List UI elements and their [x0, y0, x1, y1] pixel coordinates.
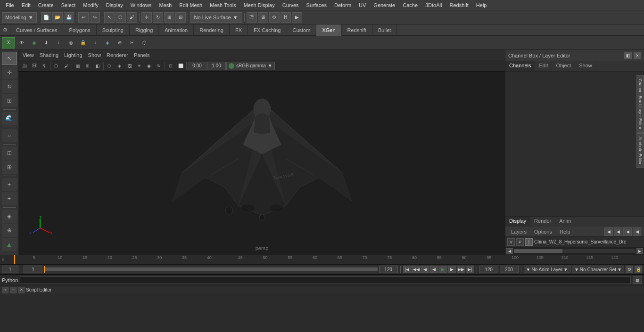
layer-tab-layers[interactable]: Layers [508, 228, 529, 235]
win-close-btn[interactable]: ✕ [18, 287, 25, 293]
python-run-btn[interactable]: ▦ [633, 276, 642, 284]
cb-tab-channels[interactable]: Channels [505, 61, 535, 71]
tab-custom[interactable]: Custom [287, 24, 317, 36]
range-end-input[interactable] [379, 266, 398, 273]
menu-help[interactable]: Help [472, 1, 491, 9]
open-scene-button[interactable]: 📂 [52, 12, 63, 23]
layer-scroll-right[interactable]: ▶ [636, 248, 643, 254]
tab-redshift[interactable]: Redshift [342, 24, 372, 36]
layer-scroll-track[interactable] [514, 249, 636, 253]
vp-grid-btn[interactable]: ▦ [73, 62, 83, 70]
xgen-btn-11[interactable]: ✂ [126, 37, 138, 49]
xgen-btn-8[interactable]: ↕ [90, 37, 101, 49]
xgen-btn-5[interactable]: ↕ [53, 37, 64, 49]
vp-region-btn[interactable]: ⬜ [176, 62, 185, 70]
lasso-button[interactable]: ○ [2, 129, 17, 142]
select-mode-button[interactable]: ↖ [2, 52, 17, 65]
menu-3dtall[interactable]: 3DtoAll [421, 1, 446, 9]
layer-add-btn-3[interactable]: ◀ [623, 227, 632, 236]
select-tool-button[interactable]: ↖ [104, 12, 115, 23]
vp-paint-btn[interactable]: 🖌 [61, 62, 71, 70]
vp-wire-btn[interactable]: ⊞ [83, 62, 92, 70]
tab-animation[interactable]: Animation [159, 24, 194, 36]
vp-snap-btn[interactable]: ⊡ [51, 62, 61, 70]
menu-display[interactable]: Display [102, 1, 127, 9]
layer-line-btn[interactable]: | [525, 238, 533, 246]
tab-fx[interactable]: FX [230, 24, 248, 36]
anim-lock-btn[interactable]: 🔒 [635, 266, 642, 273]
vp-color-profile[interactable]: sRGB gamma ▼ [226, 62, 275, 70]
cb-tab-show[interactable]: Show [575, 61, 596, 71]
win-new-btn[interactable]: + [2, 287, 8, 293]
xgen-btn-6[interactable]: ◎ [65, 37, 76, 49]
char-set-dropdown[interactable]: ▼ No Character Set ▼ [572, 266, 624, 273]
snap2-button[interactable]: ⊞ [2, 161, 17, 174]
xgen-btn-3[interactable]: ◉ [28, 37, 40, 49]
vp-mic-btn[interactable]: 🎙 [40, 62, 49, 70]
current-frame-input[interactable] [2, 266, 18, 273]
menu-select[interactable]: Select [58, 1, 80, 9]
menu-modify[interactable]: Modify [79, 1, 102, 9]
tab-xgen[interactable]: XGen [316, 24, 341, 36]
ipr-button[interactable]: 🖥 [258, 12, 268, 23]
prev-key-btn[interactable]: ◀◀ [412, 266, 421, 273]
tab-display[interactable]: Display [505, 217, 530, 227]
layer-add-btn-4[interactable]: ◀ [633, 227, 641, 236]
vp-shadow-btn[interactable]: ◉ [144, 62, 154, 70]
tab-sculpting[interactable]: Sculpting [97, 24, 130, 36]
anim-settings-btn[interactable]: ⚙ [626, 266, 633, 273]
save-scene-button[interactable]: 💾 [64, 12, 74, 23]
tab-rigging[interactable]: Rigging [130, 24, 159, 36]
xgen-btn-10[interactable]: ⊕ [114, 37, 125, 49]
paint-select-button[interactable]: 🖌 [127, 12, 137, 23]
layer-p-btn[interactable]: P [516, 238, 524, 246]
tab-anim[interactable]: Anim [555, 217, 575, 227]
cb-tab-edit[interactable]: Edit [535, 61, 552, 71]
xgen-btn-9[interactable]: ◈ [102, 37, 113, 49]
vp-menu-show[interactable]: Show [86, 52, 103, 58]
layer-add-btn-2[interactable]: ◀ [614, 227, 622, 236]
menu-windows[interactable]: Windows [127, 1, 156, 9]
display-btn-2[interactable]: ⊕ [2, 224, 17, 237]
layer-tab-help[interactable]: Help [557, 228, 573, 235]
scale-mode-button[interactable]: ⊞ [2, 94, 17, 107]
menu-edit[interactable]: Edit [18, 1, 34, 9]
menu-create[interactable]: Create [34, 1, 58, 9]
menu-deform[interactable]: Deform [330, 1, 355, 9]
range-start-input[interactable] [24, 266, 42, 273]
next-frame-btn[interactable]: ▶ [448, 266, 456, 273]
go-end-btn[interactable]: ▶| [466, 266, 474, 273]
xgen-btn-2[interactable]: 👁 [16, 37, 27, 49]
undo-button[interactable]: ↩ [78, 12, 89, 23]
new-scene-button[interactable]: 📄 [41, 12, 51, 23]
menu-curves[interactable]: Curves [279, 1, 303, 9]
rotate-mode-button[interactable]: ↻ [2, 80, 17, 93]
menu-cache[interactable]: Cache [399, 1, 421, 9]
layer-btn-1[interactable]: + [2, 178, 17, 191]
attribute-editor-side-tab[interactable]: Attribute Editor [636, 133, 644, 168]
vp-light-btn[interactable]: ☀ [134, 62, 144, 70]
vp-gate-btn[interactable]: ⊟ [166, 62, 175, 70]
xgen-icon-btn[interactable]: ▲ [2, 238, 17, 251]
menu-mesh-tools[interactable]: Mesh Tools [206, 1, 239, 9]
lasso-select-button[interactable]: ⬡ [116, 12, 126, 23]
play-forward-btn[interactable]: ▶ [439, 266, 447, 273]
tab-rendering[interactable]: Rendering [194, 24, 230, 36]
layer-btn-2[interactable]: + [2, 192, 17, 205]
menu-redshift[interactable]: Redshift [446, 1, 472, 9]
layer-scroll-left[interactable]: ◀ [506, 248, 513, 254]
snap-button[interactable]: ⊡ [2, 146, 17, 160]
python-input[interactable] [20, 276, 631, 284]
soft-select-button[interactable]: 🌊 [2, 112, 17, 125]
hq-render-button[interactable]: H [281, 12, 291, 23]
tab-bullet[interactable]: Bullet [372, 24, 397, 36]
vp-isolate-btn[interactable]: ⬡ [105, 62, 114, 70]
menu-uv[interactable]: UV [355, 1, 370, 9]
next-key-btn[interactable]: ▶▶ [457, 266, 465, 273]
vp-texture-btn[interactable]: 🖼 [124, 62, 134, 70]
xgen-btn-1[interactable]: X [2, 37, 15, 49]
channel-box-close-btn[interactable]: ✕ [634, 52, 641, 59]
render-settings-button[interactable]: ⚙ [269, 12, 280, 23]
timeline-ruler[interactable]: 0 5 10 15 20 25 30 35 40 45 50 55 60 65 … [0, 255, 644, 264]
vp-refresh-btn[interactable]: ↻ [154, 62, 164, 70]
